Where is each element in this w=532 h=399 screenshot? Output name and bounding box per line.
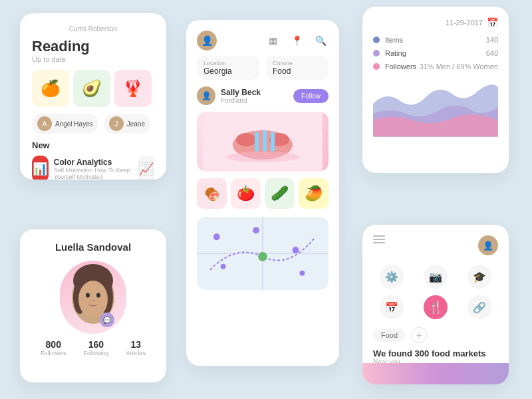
add-button[interactable]: + [411, 327, 427, 343]
cuisine-field[interactable]: Cuisine Food [266, 56, 329, 80]
menu-bar-3 [373, 242, 385, 243]
markets-card: 👤 ⚙️ 📷 🎓 📅 🍴 🔗 Food + We found 300 food … [362, 225, 509, 384]
grid-icon[interactable]: ▦ [265, 33, 281, 49]
follower-chip-1[interactable]: A Angel Hayes [32, 114, 98, 134]
stat-value-followers: 31% Men / 69% Women [420, 63, 498, 70]
market-icon-settings[interactable]: ⚙️ [373, 265, 410, 289]
stat-dot-rating [373, 50, 380, 57]
svg-rect-15 [271, 132, 275, 152]
svg-point-23 [258, 252, 267, 261]
analytics-stat-rating: Rating 640 [373, 49, 498, 57]
follower-avatar-2: J [109, 116, 124, 131]
location-icon[interactable]: 📍 [289, 33, 305, 49]
stat-dot-followers [373, 63, 380, 70]
stat-value-rating: 640 [486, 49, 498, 57]
new-item-desc: Self Motivation How To Keep Yourself Mot… [54, 167, 132, 180]
following-label: Following [83, 350, 108, 356]
user-follow-name: Sally Beck [221, 88, 288, 97]
new-item-icon: 📊 [32, 156, 49, 180]
analytics-date: 11-29-2017 [446, 19, 483, 27]
followers-label: Followers [41, 350, 66, 356]
new-item-text: Color Analytics Self Motivation How To K… [54, 158, 132, 180]
svg-point-22 [221, 264, 226, 269]
stat-label-followers: Followers [385, 63, 420, 70]
followers-value: 800 [41, 339, 66, 350]
link-icon: 🔗 [467, 295, 491, 319]
stat-articles: 13 Articles [126, 339, 146, 356]
food-item-2[interactable]: 🍅 [231, 178, 261, 209]
stat-value-items: 140 [486, 36, 498, 44]
follower-avatar-1: A [37, 116, 52, 131]
book-thumbnails: 🍊 🥑 🦞 [32, 70, 154, 107]
svg-point-11 [236, 133, 256, 146]
follower-chip-2[interactable]: J Jeane [104, 114, 150, 134]
market-icon-camera[interactable]: 📷 [417, 265, 454, 289]
location-field[interactable]: Location Georgia [197, 56, 259, 80]
hat-icon: 🎓 [467, 265, 491, 289]
analytics-date-row: 11-29-2017 📅 [373, 17, 498, 28]
calendar-icon[interactable]: 📅 [487, 17, 498, 28]
svg-rect-14 [263, 130, 267, 152]
map-area[interactable] [197, 217, 329, 290]
username-label: Curtis Roberson [32, 25, 154, 33]
book-thumb-1[interactable]: 🍊 [32, 70, 69, 107]
food-grid: 🍖 🍅 🥒 🥭 [186, 178, 339, 217]
stat-following: 160 Following [83, 339, 108, 356]
followers-row: A Angel Hayes J Jeane [32, 114, 154, 134]
svg-point-20 [253, 227, 259, 233]
market-icon-hat[interactable]: 🎓 [461, 265, 498, 289]
analytics-card: 11-29-2017 📅 Items 140 Rating 640 Follow… [362, 7, 509, 173]
food-tag[interactable]: Food [373, 329, 406, 342]
book-thumb-2[interactable]: 🥑 [73, 70, 110, 107]
center-phone-card: 👤 ▦ 📍 🔍 Location Georgia Cuisine Food 👤 … [186, 20, 339, 366]
analytics-stat-followers: Followers 31% Men / 69% Women [373, 63, 498, 70]
location-value: Georgia [203, 66, 253, 76]
market-icons-grid: ⚙️ 📷 🎓 📅 🍴 🔗 [373, 265, 498, 319]
calendar-icon: 📅 [380, 295, 404, 319]
wave-svg [373, 77, 498, 137]
center-top-bar: 👤 ▦ 📍 🔍 [186, 20, 339, 56]
hamburger-menu-icon[interactable] [373, 235, 385, 243]
new-label: New [32, 140, 154, 150]
center-top-icons: ▦ 📍 🔍 [265, 33, 329, 49]
svg-point-6 [86, 293, 90, 298]
profile-stats: 800 Followers 160 Following 13 Articles [32, 339, 154, 356]
follow-button[interactable]: Follow [293, 89, 329, 103]
bottom-color-strip [362, 363, 509, 384]
market-icon-link[interactable]: 🔗 [461, 295, 498, 319]
search-icon[interactable]: 🔍 [313, 33, 329, 49]
new-item[interactable]: 📊 Color Analytics Self Motivation How To… [32, 156, 154, 180]
stat-label-rating: Rating [385, 49, 486, 57]
settings-icon: ⚙️ [380, 265, 404, 289]
svg-point-19 [213, 233, 220, 240]
svg-point-21 [293, 247, 299, 253]
location-label: Location [203, 60, 253, 66]
center-user-avatar[interactable]: 👤 [197, 31, 217, 51]
food-item-4[interactable]: 🥭 [299, 178, 329, 209]
svg-point-16 [226, 152, 299, 162]
cuisine-label: Cuisine [273, 60, 322, 66]
articles-value: 13 [126, 339, 146, 350]
menu-bar-1 [373, 235, 385, 237]
market-icon-food-pink[interactable]: 🍴 [417, 295, 454, 319]
user-follow-info: Sally Beck Fordland [221, 88, 288, 104]
camera-icon: 📷 [424, 265, 448, 289]
svg-rect-13 [255, 132, 259, 152]
market-header: 👤 [373, 235, 498, 255]
following-value: 160 [83, 339, 108, 350]
food-tag-row: Food + [373, 327, 498, 343]
book-thumb-3[interactable]: 🦞 [114, 70, 152, 107]
svg-point-5 [78, 281, 108, 318]
menu-bar-2 [373, 239, 385, 240]
wave-chart [373, 77, 498, 137]
svg-point-24 [299, 271, 305, 276]
svg-point-8 [92, 300, 94, 302]
food-item-1[interactable]: 🍖 [197, 178, 227, 209]
market-user-avatar[interactable]: 👤 [478, 235, 498, 255]
avatar-svg [60, 261, 126, 334]
hero-image [197, 112, 329, 172]
market-icon-calendar[interactable]: 📅 [373, 295, 410, 319]
analytics-stat-items: Items 140 [373, 36, 498, 44]
follower-name-2: Jeane [127, 120, 145, 128]
food-item-3[interactable]: 🥒 [265, 178, 295, 209]
